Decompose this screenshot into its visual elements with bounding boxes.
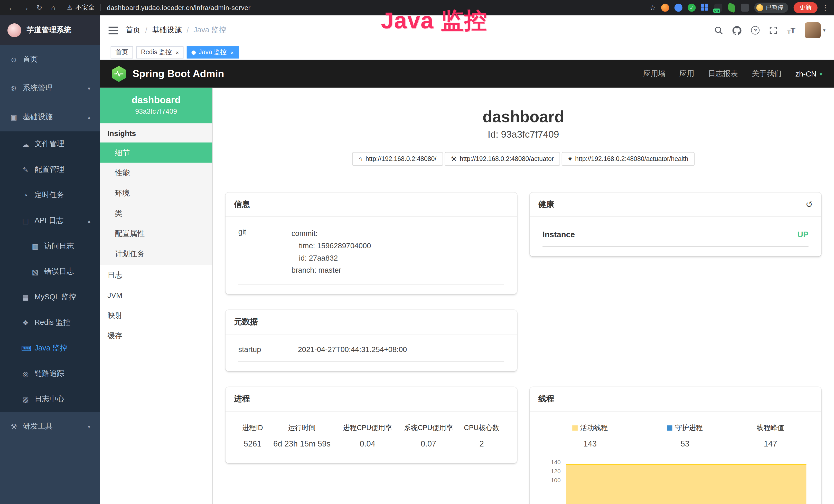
row-label: Instance <box>543 230 575 239</box>
instance-name: dashboard <box>104 95 208 106</box>
app-title: 芋道管理系统 <box>27 25 71 35</box>
col-uptime: 运行时间 <box>267 419 337 435</box>
sidebar-item-scheduled-tasks[interactable]: ◔ 定时任务 <box>0 182 100 208</box>
sba-locale-select[interactable]: zh-CN ▾ <box>795 70 822 78</box>
app-logo-bar[interactable]: 芋道管理系统 <box>0 16 100 45</box>
fullscreen-icon[interactable] <box>769 26 778 35</box>
sba-item-mappings[interactable]: 映射 <box>100 305 212 325</box>
breadcrumb-item-infrastructure[interactable]: 基础设施 <box>152 25 182 35</box>
sidebar-item-dev-tools[interactable]: ⚒ 研发工具 ▾ <box>0 412 100 441</box>
instance-header[interactable]: dashboard 93a3fc7f7409 <box>100 88 212 123</box>
sba-nav-links: 应用墙 应用 日志报表 关于我们 zh-CN ▾ <box>643 69 822 78</box>
sba-nav-journal[interactable]: 日志报表 <box>708 69 738 78</box>
tab-home[interactable]: 首页 <box>111 46 133 59</box>
sba-item-logs[interactable]: 日志 <box>100 265 212 285</box>
sba-brand[interactable]: Spring Boot Admin <box>133 68 224 80</box>
sidebar-item-label: 错误日志 <box>44 267 90 276</box>
search-icon[interactable] <box>714 26 723 35</box>
sba-item-jvm[interactable]: JVM <box>100 285 212 305</box>
tab-label: Redis 监控 <box>141 48 172 57</box>
val-process-cpu: 0.04 <box>337 435 398 453</box>
sidebar-item-redis-monitor[interactable]: ❖ Redis 监控 <box>0 310 100 335</box>
instance-id: 93a3fc7f7409 <box>104 107 208 115</box>
sba-nav-about[interactable]: 关于我们 <box>752 69 782 78</box>
breadcrumb-separator: / <box>187 26 189 35</box>
tab-redis-monitor[interactable]: Redis 监控 × <box>136 46 184 59</box>
back-icon[interactable]: ← <box>5 4 18 12</box>
active-tab-dot <box>192 50 196 55</box>
breadcrumb-separator: / <box>145 26 147 35</box>
home-icon[interactable]: ⌂ <box>47 4 60 12</box>
admin-menu: ⊙ 首页 ⚙ 系统管理 ▾ ▣ 基础设施 ▴ ☁ 文件管理 <box>0 45 100 504</box>
sidebar-item-api-logs[interactable]: ▤ API 日志 ▴ <box>0 208 100 233</box>
sidebar-item-infrastructure[interactable]: ▣ 基础设施 ▴ <box>0 103 100 132</box>
sidebar-item-config-mgmt[interactable]: ✎ 配置管理 <box>0 157 100 182</box>
link-url: http://192.168.0.2:48080/ <box>366 155 436 163</box>
avatar[interactable] <box>805 22 821 38</box>
update-button[interactable]: 更新 <box>794 2 817 13</box>
history-icon[interactable]: ↺ <box>806 200 813 209</box>
bookmark-star-icon[interactable]: ☆ <box>650 4 656 12</box>
chevron-down-icon: ▾ <box>823 28 825 33</box>
github-icon[interactable] <box>732 26 742 35</box>
sidebar-item-tracing[interactable]: ◎ 链路追踪 <box>0 361 100 386</box>
sidebar-item-file-mgmt[interactable]: ☁ 文件管理 <box>0 131 100 157</box>
close-icon[interactable]: × <box>175 49 179 56</box>
process-table: 进程ID 运行时间 进程CPU使用率 系统CPU使用率 CPU核心数 5261 <box>238 419 504 454</box>
sidebar-item-java-monitor[interactable]: ⌨ Java 监控 <box>0 336 100 361</box>
security-label[interactable]: 不安全 <box>75 3 95 12</box>
extension-blue-icon[interactable] <box>675 4 682 12</box>
user-menu[interactable]: ▾ <box>805 22 826 38</box>
extension-leaf-icon[interactable] <box>727 3 737 13</box>
sba-item-scheduled-tasks[interactable]: 计划任务 <box>100 244 212 264</box>
active-threads-swatch <box>572 426 578 431</box>
sidebar-item-error-logs[interactable]: ▧ 错误日志 <box>0 259 100 284</box>
extension-green-check-icon[interactable]: ✓ <box>688 4 696 12</box>
sba-item-classes[interactable]: 类 <box>100 203 212 223</box>
help-icon[interactable]: ? <box>751 26 760 35</box>
threads-chart: 140 120 100 <box>543 459 808 501</box>
sba-item-config-props[interactable]: 配置属性 <box>100 223 212 244</box>
sidebar-item-access-logs[interactable]: ▥ 访问日志 <box>0 233 100 259</box>
sba-item-details[interactable]: 细节 <box>100 142 212 163</box>
close-icon[interactable]: × <box>231 49 234 56</box>
browser-menu-icon[interactable]: ⋮ <box>822 4 829 12</box>
gear-icon: ⚙ <box>9 84 18 92</box>
breadcrumb-item-home[interactable]: 首页 <box>126 25 140 35</box>
forward-icon[interactable]: → <box>19 4 32 12</box>
hamburger-icon[interactable] <box>108 26 118 35</box>
sidebar-item-home[interactable]: ⊙ 首页 <box>0 45 100 74</box>
extension-grid-icon[interactable] <box>701 4 709 12</box>
extension-on-badge-icon[interactable]: on <box>714 4 722 12</box>
extensions-puzzle-icon[interactable] <box>741 4 749 12</box>
instance-links: ⌂ http://192.168.0.2:48080/ ⚒ http://192… <box>225 152 821 166</box>
extension-fox-icon[interactable] <box>661 4 669 12</box>
sba-nav-wallboard[interactable]: 应用墙 <box>643 69 665 78</box>
sidebar-item-label: 定时任务 <box>35 190 90 200</box>
sidebar-item-label: 配置管理 <box>35 165 90 174</box>
sidebar-item-mysql-monitor[interactable]: ▦ MySQL 监控 <box>0 284 100 310</box>
metadata-card-title: 元数据 <box>225 310 517 334</box>
url-text[interactable]: dashboard.yudao.iocoder.cn/infra/admin-s… <box>107 4 251 12</box>
insights-group-label: Insights <box>100 123 212 142</box>
tab-java-monitor[interactable]: Java 监控 × <box>187 46 239 59</box>
sba-item-caches[interactable]: 缓存 <box>100 325 212 346</box>
sidebar-item-label: 访问日志 <box>44 241 90 251</box>
paused-badge[interactable]: 已暂停 <box>754 3 788 13</box>
sba-nav-applications[interactable]: 应用 <box>679 69 694 78</box>
col-system-cpu: 系统CPU使用率 <box>398 419 459 435</box>
legend-daemon-threads: 守护进程 <box>637 419 732 435</box>
sba-item-environment[interactable]: 环境 <box>100 183 212 203</box>
address-bar[interactable]: ⚠ 不安全 dashboard.yudao.iocoder.cn/infra/a… <box>67 3 251 12</box>
reload-icon[interactable]: ↻ <box>33 4 46 12</box>
sidebar-item-system-mgmt[interactable]: ⚙ 系统管理 ▾ <box>0 74 100 103</box>
health-row-instance[interactable]: Instance UP <box>543 222 808 247</box>
sba-item-performance[interactable]: 性能 <box>100 163 212 183</box>
sidebar-item-label: Java 监控 <box>35 344 90 353</box>
instance-link-home[interactable]: ⌂ http://192.168.0.2:48080/ <box>352 152 443 166</box>
instance-link-health[interactable]: ♥ http://192.168.0.2:48080/actuator/heal… <box>562 152 695 166</box>
font-size-icon[interactable]: T T <box>787 26 795 35</box>
sidebar-item-log-center[interactable]: ▨ 日志中心 <box>0 386 100 412</box>
instance-link-actuator[interactable]: ⚒ http://192.168.0.2:48080/actuator <box>444 152 560 166</box>
pencil-icon: ✎ <box>21 166 30 174</box>
